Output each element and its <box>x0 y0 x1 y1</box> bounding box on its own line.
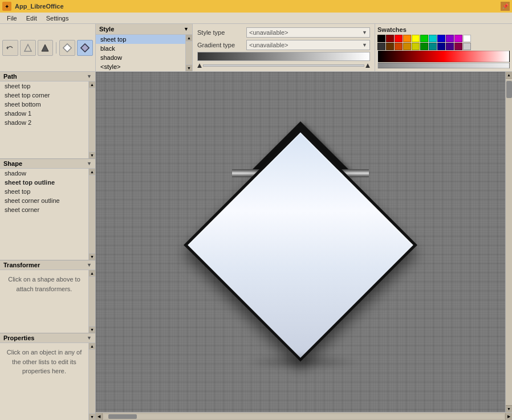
properties-collapse-btn[interactable]: ▼ <box>87 335 92 341</box>
canvas-hscroll-right[interactable]: ▶ <box>505 413 512 420</box>
pin-button[interactable]: 📌 <box>501 2 510 11</box>
swatch-magenta[interactable] <box>454 35 462 42</box>
swatch-yellow[interactable] <box>412 35 420 42</box>
style-type-dropdown[interactable]: <unavailable> ▼ <box>246 27 370 38</box>
sheet-graphic[interactable] <box>158 108 443 376</box>
path-section: Path ▼ sheet top sheet top corner sheet … <box>0 72 95 159</box>
swatch-darkgreen[interactable] <box>420 43 428 50</box>
svg-rect-3 <box>63 43 71 51</box>
swatch-gold[interactable] <box>403 43 411 50</box>
canvas-vscroll[interactable]: ▲ ▼ <box>505 72 512 412</box>
path-title: Path <box>3 73 17 80</box>
transformer-scroll-down[interactable]: ▼ <box>89 326 95 333</box>
swatch-navy[interactable] <box>437 43 445 50</box>
transformer-scroll-up[interactable]: ▲ <box>89 270 95 277</box>
swatches-section: Swatches <box>375 24 512 71</box>
canvas-scroll-up[interactable]: ▲ <box>506 72 512 79</box>
canvas-hscroll-thumb[interactable] <box>108 414 137 419</box>
gradient-slider-row[interactable] <box>197 63 370 68</box>
path-item-sheet-bottom[interactable]: sheet bottom <box>0 100 88 109</box>
shape-collapse-btn[interactable]: ▼ <box>87 161 92 166</box>
shape-scrollbar[interactable]: ▲ ▼ <box>88 169 95 260</box>
swatch-teal[interactable] <box>429 43 437 50</box>
shape-item-sheet-corner-outline[interactable]: sheet corner outline <box>0 196 88 205</box>
path-item-sheet-top-corner[interactable]: sheet top corner <box>0 91 88 100</box>
transformer-scrollbar[interactable]: ▲ ▼ <box>88 270 95 333</box>
shape-item-sheet-corner[interactable]: sheet corner <box>0 205 88 214</box>
toolbar-btn-shape-outline[interactable] <box>20 40 36 56</box>
swatch-darkred[interactable] <box>386 35 394 42</box>
transformer-collapse-btn[interactable]: ▼ <box>87 262 92 268</box>
main-content: Path ▼ sheet top sheet top corner sheet … <box>0 72 512 420</box>
swatch-brown[interactable] <box>386 43 394 50</box>
path-scrollbar[interactable]: ▲ ▼ <box>88 81 95 158</box>
transformer-content: Click on a shape above to attach transfo… <box>0 270 88 333</box>
toolbar-btn-shape-filled[interactable] <box>38 40 54 56</box>
shape-scroll-down[interactable]: ▼ <box>89 253 95 260</box>
swatch-gray-strip[interactable] <box>377 63 510 68</box>
canvas-vscroll-thumb[interactable] <box>506 81 512 98</box>
path-collapse-btn[interactable]: ▼ <box>87 74 92 79</box>
shape-item-shadow[interactable]: shadow <box>0 169 88 178</box>
toolbar-btn-diamond-filled[interactable] <box>77 40 93 56</box>
canvas-area[interactable] <box>96 72 505 412</box>
menu-file[interactable]: File <box>2 14 22 23</box>
diamond-shadow <box>246 353 360 370</box>
style-list: sheet top black shadow <style> <box>96 35 185 71</box>
shape-item-sheet-top-outline[interactable]: sheet top outline <box>0 178 88 187</box>
style-scroll-up[interactable]: ▲ <box>186 35 192 42</box>
swatch-darkgray[interactable] <box>377 43 385 50</box>
canvas-hscroll-left[interactable]: ◀ <box>96 413 103 420</box>
swatch-purple[interactable] <box>446 35 454 42</box>
properties-scroll-up[interactable]: ▲ <box>89 343 95 350</box>
menu-settings[interactable]: Settings <box>42 14 74 23</box>
style-header[interactable]: Style ▼ <box>96 24 192 35</box>
style-scroll-down[interactable]: ▼ <box>186 64 192 71</box>
menu-edit[interactable]: Edit <box>22 14 42 23</box>
path-scroll-up[interactable]: ▲ <box>89 81 95 88</box>
swatch-red[interactable] <box>395 35 403 42</box>
swatch-lightgray[interactable] <box>463 43 471 50</box>
shape-title: Shape <box>3 160 22 167</box>
gradient-preview <box>197 52 370 61</box>
style-section: Style ▼ sheet top black shadow <style> ▲… <box>96 24 193 71</box>
menu-bar: File Edit Settings <box>0 13 512 24</box>
swatch-white[interactable] <box>463 35 471 42</box>
style-item-black[interactable]: black <box>96 44 185 53</box>
app-title: App_LibreOffice <box>15 3 64 10</box>
properties-scroll-down[interactable]: ▼ <box>89 413 95 420</box>
swatch-indigo[interactable] <box>446 43 454 50</box>
shape-section-header[interactable]: Shape ▼ <box>0 159 95 169</box>
canvas-scroll-down[interactable]: ▼ <box>506 405 512 412</box>
path-item-shadow1[interactable]: shadow 1 <box>0 109 88 118</box>
style-scrollbar[interactable]: ▲ ▼ <box>185 35 192 71</box>
style-item-sheet-top[interactable]: sheet top <box>96 35 185 44</box>
properties-section-header[interactable]: Properties ▼ <box>0 333 95 343</box>
swatch-row-1 <box>377 35 510 42</box>
canvas-hscroll[interactable]: ◀ ▶ <box>96 412 512 420</box>
swatch-blue[interactable] <box>437 35 445 42</box>
swatch-wine[interactable] <box>454 43 462 50</box>
path-section-header[interactable]: Path ▼ <box>0 72 95 81</box>
shape-scroll-up[interactable]: ▲ <box>89 169 95 176</box>
toolbar-btn-diamond-outline[interactable] <box>59 40 75 56</box>
path-scroll-down[interactable]: ▼ <box>89 152 95 158</box>
swatch-black[interactable] <box>377 35 385 42</box>
style-item-shadow[interactable]: shadow <box>96 53 185 62</box>
diamond-shape[interactable] <box>184 128 417 362</box>
style-item-custom[interactable]: <style> <box>96 62 185 71</box>
path-item-shadow2[interactable]: shadow 2 <box>0 118 88 127</box>
properties-scrollbar[interactable]: ▲ ▼ <box>88 343 95 420</box>
transformer-section-header[interactable]: Transformer ▼ <box>0 260 95 270</box>
swatch-olive[interactable] <box>412 43 420 50</box>
swatch-green[interactable] <box>420 35 428 42</box>
toolbar-btn-undo[interactable] <box>2 40 18 56</box>
swatch-gradient-red[interactable] <box>377 51 510 62</box>
swatch-darkorange[interactable] <box>395 43 403 50</box>
gradient-type-row: Gradient type <unavailable> ▼ <box>197 40 370 50</box>
gradient-type-dropdown[interactable]: <unavailable> ▼ <box>246 40 370 50</box>
shape-item-sheet-top[interactable]: sheet top <box>0 187 88 196</box>
path-item-sheet-top[interactable]: sheet top <box>0 81 88 91</box>
swatch-cyan[interactable] <box>429 35 437 42</box>
swatch-orange[interactable] <box>403 35 411 42</box>
